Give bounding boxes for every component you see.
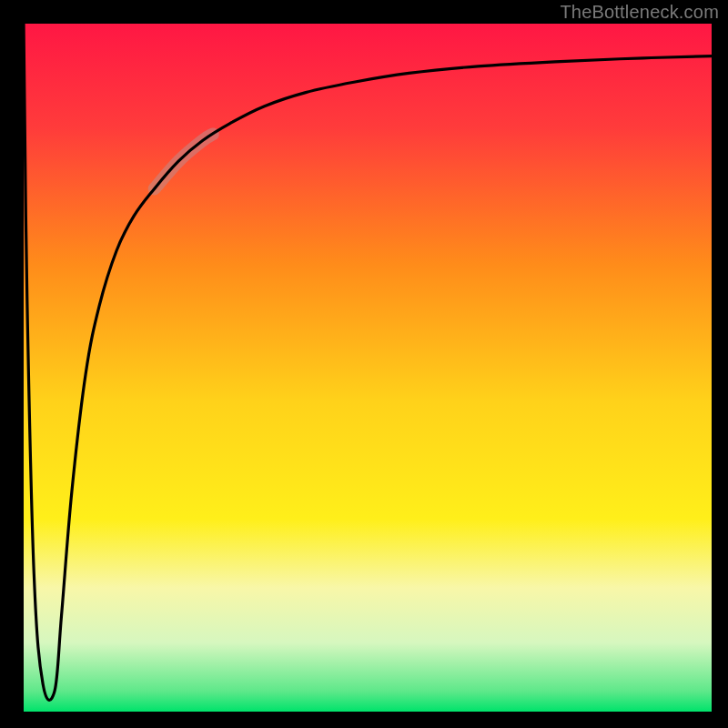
attribution-text: TheBottleneck.com xyxy=(560,2,719,23)
plot-area xyxy=(24,24,712,712)
gradient-background xyxy=(24,24,712,712)
svg-rect-0 xyxy=(24,24,712,712)
chart-frame: TheBottleneck.com xyxy=(0,0,728,728)
